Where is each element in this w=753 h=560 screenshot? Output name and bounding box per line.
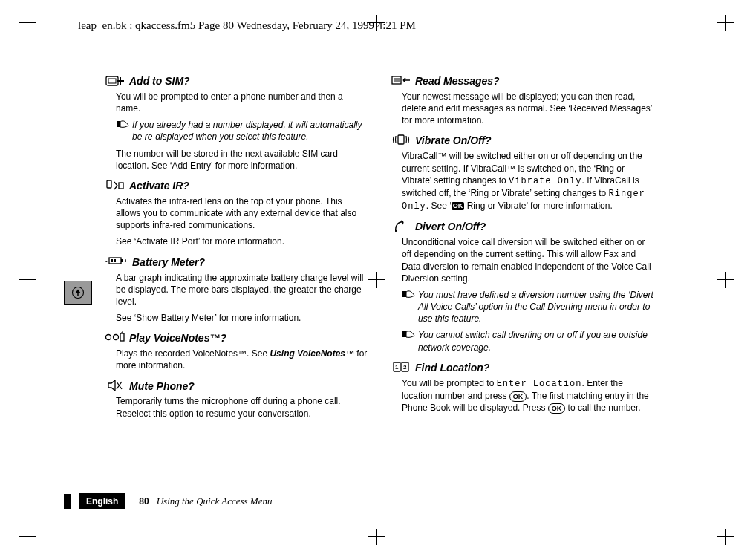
svg-rect-25	[402, 331, 406, 337]
note-text: You cannot switch call diverting on or o…	[418, 329, 655, 353]
page-number: 80	[139, 496, 149, 507]
divert-icon	[391, 220, 411, 233]
svg-point-15	[114, 335, 119, 340]
crop-mark	[19, 15, 36, 31]
section-title: Battery Meter?	[132, 255, 205, 270]
text-fragment: to call the number.	[565, 403, 640, 413]
body-text: Activates the infra-red lens on the top …	[116, 195, 369, 232]
note-text: If you already had a number displayed, i…	[132, 119, 369, 143]
section-title: Vibrate On/Off?	[415, 134, 492, 148]
body-text: Temporarily turns the microphone off dur…	[116, 395, 369, 419]
section-play-voicenotes: Play VoiceNotes™?	[105, 331, 369, 345]
section-title: Activate IR?	[129, 179, 189, 193]
section-title: Mute Phone?	[129, 380, 195, 394]
svg-rect-10	[111, 259, 113, 262]
crop-mark	[717, 15, 734, 31]
voicenotes-icon	[105, 331, 125, 343]
body-text: You will be prompted to enter a phone nu…	[116, 91, 369, 114]
note-hand-icon	[402, 289, 415, 325]
svg-text:-: -	[105, 258, 108, 264]
footer-section-title: Using the Quick Access Menu	[157, 495, 273, 507]
svg-rect-23	[398, 135, 404, 144]
svg-rect-2	[108, 79, 116, 83]
text-fragment: Plays the recorded VoiceNotes™. See	[116, 348, 270, 359]
ok-key-icon: OK	[452, 202, 465, 210]
svg-point-14	[106, 335, 111, 340]
svg-rect-6	[107, 180, 111, 188]
svg-rect-1	[106, 76, 118, 85]
body-text: VibraCall™ will be switched either on or…	[402, 150, 655, 212]
side-tab-marker	[64, 281, 92, 305]
section-battery-meter: -+ Battery Meter?	[105, 255, 369, 270]
svg-text:1: 1	[395, 364, 399, 371]
sim-add-icon	[105, 74, 125, 88]
body-text: Unconditional voice call diversion will …	[402, 236, 655, 284]
note: If you already had a number displayed, i…	[116, 119, 369, 143]
page-footer: English 80 Using the Quick Access Menu	[64, 493, 272, 509]
ok-button-icon: OK	[509, 391, 527, 402]
svg-text:2: 2	[403, 364, 407, 371]
section-title: Play VoiceNotes™?	[129, 331, 226, 345]
ir-icon	[105, 179, 125, 192]
crop-mark	[717, 272, 734, 288]
note: You must have defined a diversion number…	[402, 289, 655, 325]
section-divert-onoff: Divert On/Off?	[391, 220, 655, 234]
find-location-icon: 12	[391, 361, 411, 373]
section-vibrate-onoff: Vibrate On/Off?	[391, 134, 655, 148]
read-messages-icon	[391, 74, 411, 86]
right-column: Read Messages? Your newest message will …	[391, 74, 655, 424]
mute-icon	[105, 380, 125, 391]
svg-text:+: +	[124, 258, 128, 264]
svg-rect-11	[114, 259, 116, 262]
body-text: A bar graph indicating the approximate b…	[116, 272, 369, 308]
svg-rect-5	[117, 121, 120, 127]
section-title: Find Location?	[415, 361, 489, 375]
svg-rect-12	[121, 259, 123, 262]
svg-rect-24	[402, 291, 406, 297]
text-fragment: You will be prompted to	[402, 378, 497, 388]
crop-mark	[717, 529, 734, 545]
battery-icon: -+	[105, 255, 128, 266]
section-read-messages: Read Messages?	[391, 74, 655, 88]
section-activate-ir: Activate IR?	[105, 179, 369, 193]
section-title: Divert On/Off?	[415, 220, 486, 234]
text-fragment: . See ‘	[426, 201, 452, 211]
section-add-to-sim: Add to SIM?	[105, 74, 369, 88]
body-text: Your newest message will be displayed; y…	[402, 91, 655, 127]
section-find-location: 12 Find Location?	[391, 361, 655, 375]
vibrate-icon	[391, 134, 411, 146]
crop-mark	[368, 529, 385, 545]
section-mute-phone: Mute Phone?	[105, 380, 369, 394]
note: You cannot switch call diverting on or o…	[402, 329, 655, 353]
mono-text: Enter Location	[497, 379, 582, 389]
note-text: You must have defined a diversion number…	[418, 289, 655, 325]
ok-button-icon: OK	[548, 403, 566, 414]
arrow-up-icon	[71, 286, 85, 299]
left-column: Add to SIM? You will be prompted to ente…	[105, 74, 369, 424]
mono-text: Vibrate Only	[509, 176, 581, 186]
svg-rect-16	[120, 333, 124, 341]
body-text: The number will be stored in the next av…	[116, 148, 369, 172]
note-hand-icon	[116, 119, 129, 143]
body-text: You will be prompted to Enter Location. …	[402, 377, 655, 414]
crop-mark	[19, 529, 36, 545]
body-text: See ‘Show Battery Meter’ for more inform…	[116, 312, 369, 324]
text-emphasis: Using VoiceNotes™	[270, 348, 354, 359]
crop-mark	[19, 272, 36, 288]
body-text: See ‘Activate IR Port’ for more informat…	[116, 235, 369, 247]
note-hand-icon	[402, 329, 415, 353]
svg-rect-7	[119, 183, 123, 189]
text-fragment: Ring or Vibrate’ for more information.	[464, 201, 612, 211]
section-title: Add to SIM?	[129, 74, 190, 88]
section-title: Read Messages?	[415, 74, 500, 88]
footer-black-bar	[64, 494, 71, 509]
language-label: English	[79, 493, 126, 509]
body-text: Plays the recorded VoiceNotes™. See Usin…	[116, 348, 369, 371]
running-header: leap_en.bk : qkaccess.fm5 Page 80 Wednes…	[78, 19, 416, 32]
